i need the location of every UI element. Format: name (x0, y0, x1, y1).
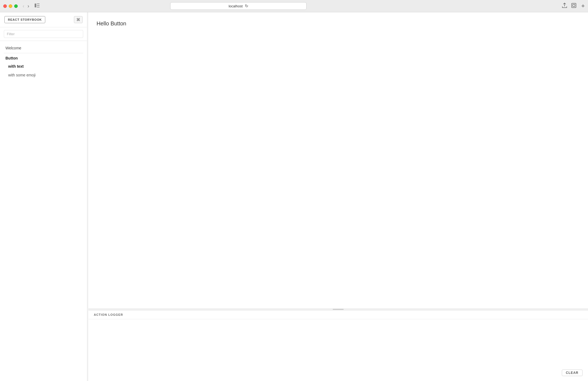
forward-button[interactable]: › (26, 4, 30, 8)
story-title: Hello Button (97, 20, 126, 26)
tabs-button[interactable] (571, 3, 576, 10)
action-logger-header: ACTION LOGGER (88, 310, 588, 319)
sidebar-toggle-button[interactable] (33, 3, 41, 9)
svg-rect-5 (573, 4, 575, 7)
svg-rect-0 (35, 4, 36, 7)
app-layout: REACT STORYBOOK ⌘ Welcome Button with te… (0, 12, 588, 381)
share-button[interactable] (562, 3, 567, 10)
action-logger-panel: ACTION LOGGER CLEAR (88, 310, 588, 381)
url-text: localhost (229, 4, 242, 8)
nav-buttons: ‹ › (22, 4, 30, 8)
sidebar: REACT STORYBOOK ⌘ Welcome Button with te… (0, 12, 87, 381)
new-tab-button[interactable]: + (581, 2, 585, 10)
back-button[interactable]: ‹ (22, 4, 25, 8)
filter-input[interactable] (4, 30, 83, 38)
nav-divider (4, 53, 83, 53)
maximize-traffic-light[interactable] (14, 4, 18, 8)
filter-input-wrapper (0, 27, 87, 41)
sidebar-item-welcome[interactable]: Welcome (0, 44, 87, 52)
reload-button[interactable]: ↻ (245, 4, 248, 8)
svg-rect-1 (37, 4, 40, 4)
action-logger-title: ACTION LOGGER (94, 313, 123, 316)
close-traffic-light[interactable] (3, 4, 7, 8)
story-preview: Hello Button (88, 12, 588, 308)
minimize-traffic-light[interactable] (9, 4, 12, 8)
traffic-lights (3, 4, 18, 8)
address-bar[interactable]: localhost ↻ (170, 2, 307, 10)
clear-button[interactable]: CLEAR (562, 370, 583, 376)
sidebar-header: REACT STORYBOOK ⌘ (0, 12, 87, 27)
svg-rect-4 (572, 3, 576, 8)
storybook-logo-button[interactable]: REACT STORYBOOK (4, 16, 45, 23)
sidebar-nav: Welcome Button with text with some emoji (0, 41, 87, 381)
svg-rect-3 (37, 7, 40, 7)
keyboard-shortcut-button[interactable]: ⌘ (74, 16, 83, 23)
browser-chrome: ‹ › localhost ↻ + (0, 0, 588, 12)
sidebar-item-with-text[interactable]: with text (0, 62, 87, 71)
browser-actions (562, 3, 576, 10)
svg-rect-2 (37, 5, 40, 6)
action-logger-body (88, 319, 588, 381)
sidebar-item-button[interactable]: Button (0, 54, 87, 62)
resize-handle-bar (333, 309, 344, 310)
main-content: Hello Button ACTION LOGGER CLEAR (88, 12, 588, 381)
sidebar-item-with-some-emoji[interactable]: with some emoji (0, 71, 87, 79)
